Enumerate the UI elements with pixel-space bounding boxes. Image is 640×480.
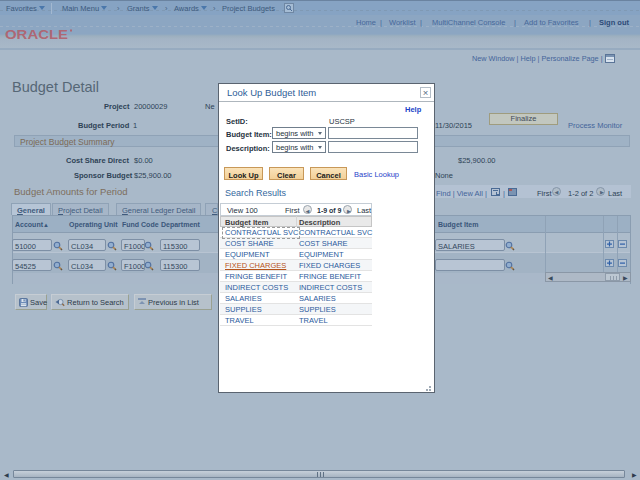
svg-text:ORACLE: ORACLE (5, 28, 68, 42)
